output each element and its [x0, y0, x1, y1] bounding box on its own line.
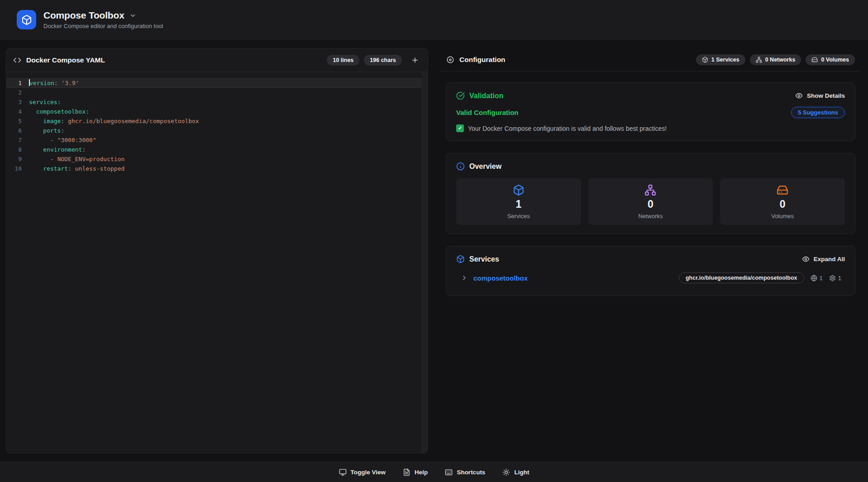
code-line[interactable]: 6 ports:: [6, 126, 428, 135]
validation-card: Validation Show Details Valid Configurat…: [446, 82, 855, 141]
overview-card: Overview 1Services0Networks0Volumes: [446, 153, 855, 234]
yaml-editor[interactable]: 1version: '3.9'23services:4 composetoolb…: [6, 72, 428, 453]
line-content: version: '3.9': [29, 78, 79, 88]
code-line[interactable]: 1version: '3.9': [6, 78, 428, 88]
editor-panel-title: Docker Compose YAML: [26, 56, 105, 64]
line-content: ports:: [29, 126, 64, 135]
service-count: 1: [811, 275, 823, 282]
editor-stat-badge: 196 chars: [364, 55, 402, 66]
eye-icon: [795, 92, 803, 100]
check-square-icon: ✓: [456, 124, 464, 132]
editor-panel: Docker Compose YAML 10 lines196 chars 1v…: [6, 48, 428, 453]
services-card: Services Expand All composetoolboxghcr.i…: [446, 246, 855, 296]
config-summary-badge: 0 Volumes: [806, 54, 855, 65]
stat-label: Networks: [638, 213, 663, 220]
keyboard-icon: [445, 468, 453, 476]
service-name[interactable]: composetoolbox: [473, 274, 528, 282]
services-title: Services: [469, 255, 499, 263]
line-number: 4: [6, 107, 29, 116]
network-icon: [644, 184, 656, 196]
box-icon: [456, 255, 465, 263]
expand-all-button[interactable]: Expand All: [802, 255, 845, 263]
check-circle-icon: [456, 91, 465, 100]
footer-toolbar: Toggle ViewHelpShortcutsLight: [0, 462, 868, 482]
code-line[interactable]: 4 composetoolbox:: [6, 107, 428, 116]
service-image-badge: ghcr.io/bluegoosemedia/composetoolbox: [679, 272, 804, 283]
plus-icon: [411, 56, 419, 64]
hard-drive-icon: [777, 184, 788, 196]
sun-icon: [502, 468, 510, 476]
line-content: - "3000:3000": [29, 135, 96, 145]
file-text-icon: [403, 468, 410, 476]
line-content: restart: unless-stopped: [29, 164, 124, 173]
help-button[interactable]: Help: [397, 466, 433, 479]
config-summary-badge: 0 Networks: [750, 54, 801, 65]
overview-stat-card: 1Services: [456, 178, 581, 225]
service-count: 1: [829, 275, 841, 282]
editor-scrollbar[interactable]: [421, 72, 428, 453]
app-title: Compose Toolbox: [43, 10, 124, 21]
network-icon: [756, 57, 762, 63]
line-number: 8: [6, 145, 29, 154]
box-icon: [702, 57, 708, 63]
box-icon: [513, 184, 525, 196]
box-icon: [21, 14, 32, 25]
line-number: 3: [6, 97, 29, 107]
circle-dot-icon: [446, 56, 454, 64]
show-details-button[interactable]: Show Details: [795, 92, 845, 100]
config-summary-badge: 1 Services: [696, 54, 745, 65]
eye-icon: [802, 255, 810, 263]
config-body: Validation Show Details Valid Configurat…: [440, 72, 861, 453]
line-number: 6: [6, 126, 29, 135]
code-line[interactable]: 10 restart: unless-stopped: [6, 164, 428, 173]
app-subtitle: Docker Compose editor and configuration …: [43, 23, 163, 29]
code-line[interactable]: 8 environment:: [6, 145, 428, 154]
chevron-right-icon: [461, 274, 468, 282]
config-panel: Configuration 1 Services0 Networks0 Volu…: [440, 48, 861, 453]
code-line[interactable]: 3services:: [6, 97, 428, 107]
code-line[interactable]: 2: [6, 88, 428, 97]
stat-value: 0: [648, 198, 653, 210]
line-number: 10: [6, 164, 29, 173]
stat-value: 1: [515, 198, 521, 210]
line-content: services:: [29, 97, 61, 107]
line-content: composetoolbox:: [29, 107, 89, 116]
line-number: 7: [6, 135, 29, 145]
project-switcher-button[interactable]: [129, 11, 137, 20]
code-line[interactable]: 5 image: ghcr.io/bluegoosemedia/composet…: [6, 116, 428, 126]
line-number: 2: [6, 88, 29, 97]
suggestions-button[interactable]: 5 Suggestions: [791, 107, 845, 118]
gear-icon: [829, 275, 836, 282]
validation-message: Your Docker Compose configuration is val…: [468, 125, 667, 132]
app-header: Compose Toolbox Docker Compose editor an…: [0, 0, 868, 40]
config-panel-header: Configuration 1 Services0 Networks0 Volu…: [440, 48, 861, 72]
service-row[interactable]: composetoolboxghcr.io/bluegoosemedia/com…: [456, 269, 845, 287]
line-content: image: ghcr.io/bluegoosemedia/composetoo…: [29, 116, 199, 126]
light-button[interactable]: Light: [497, 466, 534, 479]
line-content: - NODE_ENV=production: [29, 154, 124, 164]
code-line[interactable]: 9 - NODE_ENV=production: [6, 154, 428, 164]
expand-service-button[interactable]: [459, 272, 470, 283]
add-button[interactable]: [409, 54, 421, 66]
monitor-icon: [339, 468, 347, 476]
globe-icon: [811, 275, 817, 282]
code-icon: [13, 56, 21, 64]
shortcuts-button[interactable]: Shortcuts: [439, 466, 491, 479]
code-line[interactable]: 7 - "3000:3000": [6, 135, 428, 145]
editor-stat-badge: 10 lines: [327, 55, 359, 66]
validation-title: Validation: [469, 92, 504, 100]
line-number: 1: [6, 78, 29, 88]
main-content: Docker Compose YAML 10 lines196 chars 1v…: [0, 40, 868, 462]
overview-title: Overview: [469, 162, 501, 171]
line-number: 9: [6, 154, 29, 164]
info-icon: [456, 162, 465, 171]
line-number: 5: [6, 116, 29, 126]
stat-label: Volumes: [771, 213, 794, 220]
editor-panel-header: Docker Compose YAML 10 lines196 chars: [6, 48, 428, 72]
app-logo: [17, 10, 36, 29]
config-panel-title: Configuration: [459, 56, 506, 64]
toggle-view-button[interactable]: Toggle View: [334, 466, 391, 479]
chevron-down-icon: [129, 12, 136, 19]
overview-stat-card: 0Networks: [588, 178, 713, 225]
overview-stat-card: 0Volumes: [720, 178, 845, 225]
